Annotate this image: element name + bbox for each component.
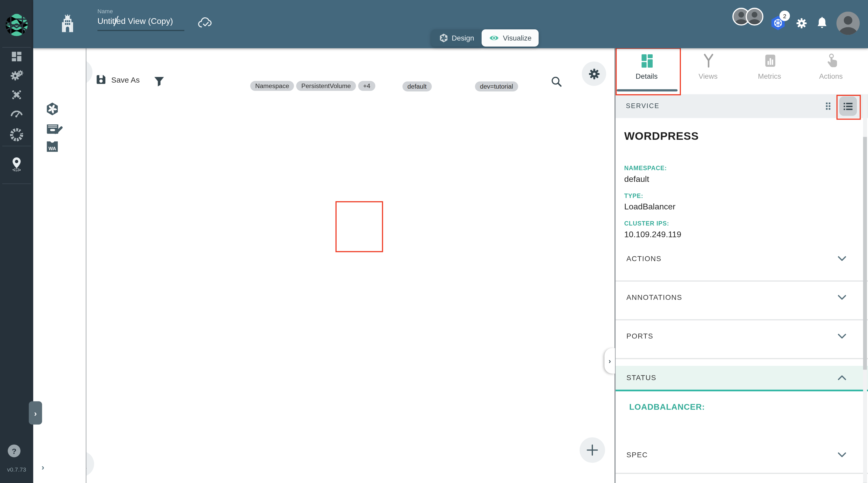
location-pin-icon[interactable] — [10, 157, 23, 172]
plus-icon — [586, 444, 598, 456]
type-field-label: TYPE: — [624, 192, 643, 199]
label-chip[interactable]: dev=tutorial — [475, 82, 518, 91]
edit-pencil-icon[interactable] — [53, 125, 64, 136]
tab-label: Actions — [800, 72, 862, 80]
chevron-down-icon[interactable] — [837, 294, 847, 300]
resource-kind-label: SERVICE — [626, 102, 660, 110]
view-list-toggle[interactable] — [839, 96, 857, 116]
cluster-ips-field-value: 10.109.249.119 — [624, 229, 681, 239]
mode-toggle: Design Visualize — [431, 29, 539, 47]
kind-chip[interactable]: Namespace — [250, 81, 294, 91]
dashboard-icon[interactable] — [10, 50, 23, 63]
tab-actions[interactable]: Actions — [800, 48, 862, 94]
tab-label: Views — [677, 72, 739, 80]
status-active-underline — [615, 390, 868, 392]
tab-views[interactable]: Views — [677, 48, 739, 94]
view-name-input[interactable]: Untitled View (Copy) — [97, 16, 173, 25]
section-divider — [615, 319, 868, 320]
namespace-chip[interactable]: default — [402, 82, 432, 91]
view-compact-icon[interactable] — [825, 101, 834, 111]
configuration-wrenches-icon[interactable] — [10, 88, 23, 101]
type-field-value: LoadBalancer — [624, 202, 675, 211]
save-as-label: Save As — [111, 75, 140, 84]
wasm-filter-icon[interactable]: WA — [45, 140, 59, 153]
chevron-down-icon[interactable] — [837, 255, 847, 261]
views-icon — [702, 53, 715, 68]
add-node-button[interactable] — [580, 437, 605, 463]
kind-chip-more[interactable]: +4 — [358, 81, 375, 91]
accordion-actions[interactable]: ACTIONS — [626, 254, 661, 263]
view-list-icon — [843, 102, 853, 110]
namespace-field-value: default — [624, 174, 649, 183]
chevron-down-icon[interactable] — [837, 452, 847, 458]
help-button[interactable]: ? — [8, 445, 21, 457]
design-label: Design — [452, 34, 474, 42]
collaborator-avatar[interactable] — [746, 8, 764, 25]
left-sidebar: › ? v0.7.73 — [0, 0, 33, 483]
search-icon[interactable] — [550, 75, 563, 88]
visualize-eye-icon — [489, 34, 500, 41]
save-floppy-icon — [95, 74, 107, 85]
active-tab-underline — [617, 89, 678, 91]
visualization-canvas[interactable] — [86, 48, 615, 483]
tab-metrics[interactable]: Metrics — [739, 48, 800, 94]
details-panel: Details Views Metrics Actions SERVICE — [615, 48, 868, 483]
filter-funnel-icon[interactable] — [153, 75, 165, 88]
chevron-down-icon[interactable] — [837, 333, 847, 339]
save-as-button[interactable]: Save As — [95, 74, 140, 85]
profile-avatar[interactable] — [836, 12, 860, 35]
cloud-saved-icon[interactable] — [198, 17, 213, 29]
design-spiral-icon[interactable] — [45, 102, 59, 116]
tab-details[interactable]: Details — [616, 48, 677, 94]
panel-divider — [615, 48, 615, 483]
section-divider — [615, 358, 868, 359]
chevron-up-icon — [837, 375, 847, 380]
design-icon — [439, 33, 448, 42]
design-mode-tab[interactable]: Design — [431, 29, 482, 47]
panel-scrollbar-thumb[interactable] — [863, 137, 867, 370]
accordion-annotations[interactable]: ANNOTATIONS — [626, 293, 682, 302]
tab-label: Metrics — [739, 72, 800, 80]
meshery-logo[interactable] — [5, 13, 28, 37]
settings-gear-icon[interactable] — [796, 17, 808, 29]
sidebar-divider — [2, 183, 31, 184]
canvas-settings-button[interactable] — [582, 62, 606, 86]
accordion-ports[interactable]: PORTS — [626, 332, 653, 340]
tab-label: Details — [616, 72, 677, 80]
panel-collapse-handle[interactable]: › — [604, 348, 615, 374]
resource-title: WORDPRESS — [624, 130, 699, 142]
visualize-label: Visualize — [503, 34, 531, 42]
sidebar-divider — [2, 146, 31, 146]
input-underline — [97, 30, 184, 31]
status-loadbalancer-label: LOADBALANCER: — [629, 402, 705, 411]
kind-chip[interactable]: PersistentVolume — [296, 81, 356, 91]
gear-icon — [588, 67, 600, 80]
sidebar-divider — [2, 47, 31, 48]
svg-text:WA: WA — [49, 146, 56, 151]
organization-building-icon[interactable] — [61, 14, 74, 32]
lifecycle-gears-icon[interactable] — [9, 69, 23, 83]
notifications-bell-icon[interactable] — [817, 17, 828, 29]
cluster-ips-field-label: CLUSTER IPS: — [624, 220, 669, 227]
view-name-label: Name — [97, 8, 113, 15]
sidebar-expand-button[interactable]: › — [29, 401, 42, 425]
top-header: / Name Untitled View (Copy) Design Visua… — [33, 0, 868, 48]
visualize-mode-tab[interactable]: Visualize — [482, 29, 539, 47]
extensions-mesh-icon[interactable] — [9, 126, 24, 142]
performance-gauge-icon[interactable] — [9, 107, 24, 121]
accordion-status-expanded[interactable]: STATUS — [615, 366, 868, 390]
namespace-field-label: NAMESPACE: — [624, 165, 667, 171]
strip-expand-chevron[interactable]: › — [41, 462, 44, 472]
accordion-spec[interactable]: SPEC — [626, 451, 648, 459]
version-label: v0.7.73 — [0, 466, 33, 473]
accordion-status-label: STATUS — [626, 374, 656, 382]
actions-hand-icon — [826, 53, 838, 68]
context-count-badge: 2 — [779, 11, 790, 21]
section-divider — [615, 473, 868, 474]
resource-kind-bar: SERVICE — [615, 94, 868, 118]
section-divider — [615, 280, 868, 281]
details-grid-icon — [640, 54, 653, 68]
metrics-icon — [764, 54, 776, 67]
